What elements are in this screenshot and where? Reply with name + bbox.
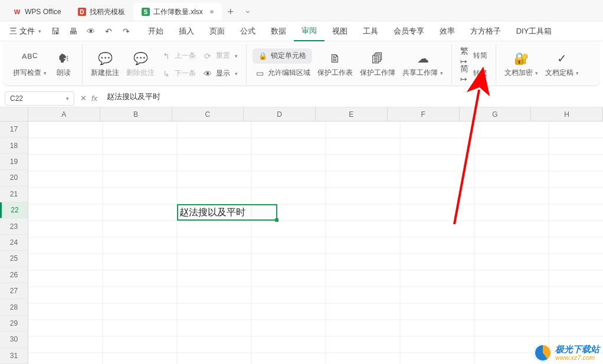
- row-header[interactable]: 30: [0, 332, 28, 347]
- allow-edit-button[interactable]: ▭允许编辑区域: [253, 65, 313, 81]
- menu-tab-tools[interactable]: 工具: [355, 21, 386, 41]
- reset-button[interactable]: ⟳重置▾: [201, 48, 240, 64]
- ribbon: ᴬᴮꟲ 拼写检查▾ 🗣 朗读 💬 新建批注 💬 删除批注 ↰上一条 ↳下一条 ⟳…: [2, 41, 601, 86]
- ribbon-group-proof: ᴬᴮꟲ 拼写检查▾ 🗣 朗读: [5, 45, 83, 84]
- row-header[interactable]: 23: [0, 218, 28, 234]
- file-menu-button[interactable]: 三 文件 ▾: [5, 24, 46, 39]
- grid-lines: [28, 122, 603, 364]
- name-box[interactable]: C22 ▾: [5, 91, 74, 106]
- row-header[interactable]: 26: [0, 267, 28, 283]
- select-all-corner[interactable]: [0, 107, 28, 122]
- book-shield-icon: 🗐: [372, 51, 384, 65]
- menu-bar: 三 文件 ▾ 🖫 🖶 👁 ↶ ↷ 开始 插入 页面 公式 数据 审阅 视图 工具…: [0, 21, 603, 41]
- menu-tab-view[interactable]: 视图: [325, 21, 355, 41]
- lock-cell-button[interactable]: 🔒 锁定单元格: [253, 48, 312, 64]
- tab-templates-label: 找稻壳模板: [90, 7, 125, 17]
- delete-comment-button[interactable]: 💬 删除批注: [123, 45, 158, 84]
- tab-app[interactable]: W WPS Office: [5, 3, 70, 21]
- row-header[interactable]: 20: [0, 170, 28, 186]
- row-header[interactable]: 29: [0, 316, 28, 332]
- title-bar: W WPS Office D 找稻壳模板 S 工作簿数量.xlsx + ›: [0, 0, 603, 21]
- col-header[interactable]: B: [100, 107, 172, 122]
- col-header[interactable]: G: [460, 107, 532, 122]
- protect-book-button[interactable]: 🗐 保护工作簿: [356, 45, 399, 84]
- menu-tabs: 开始 插入 页面 公式 数据 审阅 视图 工具 会员专享 效率 方方格子 DIY…: [140, 21, 560, 41]
- menu-tab-insert[interactable]: 插入: [171, 21, 202, 41]
- encrypt-icon: 🔐: [514, 51, 529, 65]
- menu-tab-start[interactable]: 开始: [140, 21, 171, 41]
- formula-value: 赵法搜以及平时: [107, 92, 160, 101]
- formula-input[interactable]: 赵法搜以及平时: [103, 91, 598, 106]
- menu-tab-diy[interactable]: DIY工具箱: [509, 21, 560, 41]
- reset-icon: ⟳: [203, 51, 212, 61]
- col-header[interactable]: H: [531, 107, 603, 122]
- share-book-button[interactable]: ☁ 共享工作簿▾: [399, 45, 447, 84]
- lock-label: 锁定单元格: [271, 51, 306, 61]
- row-header[interactable]: 21: [0, 186, 28, 202]
- preview-icon[interactable]: 👁: [83, 24, 99, 39]
- tab-file[interactable]: S 工作簿数量.xlsx: [133, 3, 222, 21]
- prev-comment-button[interactable]: ↰上一条: [159, 48, 198, 64]
- name-box-value: C22: [10, 94, 23, 103]
- tab-menu-button[interactable]: ›: [240, 3, 257, 21]
- prev-label: 上一条: [175, 51, 196, 61]
- print-icon[interactable]: 🖶: [65, 24, 81, 39]
- row-header[interactable]: 17: [0, 122, 28, 137]
- tab-templates[interactable]: D 找稻壳模板: [70, 3, 133, 21]
- row-headers: 17 18 19 20 21 22 23 24 25 26 27 28 29 3…: [0, 122, 28, 364]
- col-header[interactable]: D: [244, 107, 316, 122]
- show-button[interactable]: 👁显示▾: [201, 65, 240, 82]
- sheet-logo-icon: S: [142, 8, 150, 16]
- col-header[interactable]: E: [316, 107, 388, 122]
- traditional-icon: 简↦: [460, 64, 470, 84]
- row-header-active[interactable]: 22: [0, 202, 28, 218]
- spreadsheet: A B C D E F G H 17 18 19 20 21 22 23 24 …: [0, 107, 603, 364]
- row-header[interactable]: 31: [0, 348, 28, 364]
- cancel-icon[interactable]: ✕: [80, 94, 87, 103]
- undo-icon[interactable]: ↶: [100, 24, 117, 39]
- to-traditional-button[interactable]: 简↦转繁: [458, 65, 490, 82]
- new-comment-button[interactable]: 💬 新建批注: [87, 45, 123, 84]
- protect-sheet-label: 保护工作表: [317, 68, 353, 78]
- to-simplified-button[interactable]: 繁↦转简: [458, 48, 490, 64]
- read-button[interactable]: 🗣 朗读: [50, 45, 77, 84]
- spellcheck-button[interactable]: ᴬᴮꟲ 拼写检查▾: [9, 45, 50, 84]
- menu-tab-label: 开始: [148, 26, 163, 37]
- menu-tab-formula[interactable]: 公式: [232, 21, 263, 41]
- new-tab-button[interactable]: +: [222, 3, 240, 21]
- menu-tab-ffgz[interactable]: 方方格子: [463, 21, 509, 41]
- col-header[interactable]: C: [172, 107, 244, 122]
- finalize-button[interactable]: ✓ 文档定稿▾: [542, 45, 582, 84]
- row-header[interactable]: 19: [0, 154, 28, 170]
- menu-tab-page[interactable]: 页面: [202, 21, 232, 41]
- to-traditional-label: 转繁: [473, 68, 487, 78]
- row-header[interactable]: 28: [0, 299, 28, 315]
- wps-logo-icon: W: [13, 8, 21, 16]
- next-comment-button[interactable]: ↳下一条: [159, 65, 198, 82]
- redo-icon[interactable]: ↷: [118, 24, 135, 39]
- to-simplified-label: 转简: [473, 51, 487, 61]
- menu-tab-member[interactable]: 会员专享: [386, 21, 432, 41]
- col-header[interactable]: A: [28, 107, 100, 122]
- row-header[interactable]: 27: [0, 283, 28, 299]
- row-header[interactable]: 25: [0, 251, 28, 267]
- cells[interactable]: 赵法搜以及平时: [28, 122, 603, 364]
- reset-label: 重置: [216, 51, 230, 61]
- fx-icon[interactable]: fx: [91, 94, 97, 103]
- simplified-icon: 繁↦: [460, 46, 470, 66]
- encrypt-button[interactable]: 🔐 文档加密▾: [501, 45, 542, 84]
- menu-tab-data[interactable]: 数据: [263, 21, 294, 41]
- chevron-down-icon: ▾: [235, 53, 238, 59]
- row-header[interactable]: 18: [0, 137, 28, 153]
- formula-bar: C22 ▾ ✕ fx 赵法搜以及平时: [0, 90, 603, 107]
- save-icon[interactable]: 🖫: [47, 24, 64, 39]
- menu-tab-review[interactable]: 审阅: [294, 21, 325, 41]
- menu-tab-efficiency[interactable]: 效率: [432, 21, 463, 41]
- menu-tab-label: 视图: [332, 26, 348, 37]
- share-book-label: 共享工作簿: [402, 68, 438, 78]
- row-header[interactable]: 24: [0, 235, 28, 251]
- unsaved-dot-icon: [210, 10, 214, 14]
- protect-sheet-button[interactable]: 🗎 保护工作表: [314, 45, 356, 84]
- col-header[interactable]: F: [388, 107, 460, 122]
- region-icon: ▭: [255, 68, 264, 78]
